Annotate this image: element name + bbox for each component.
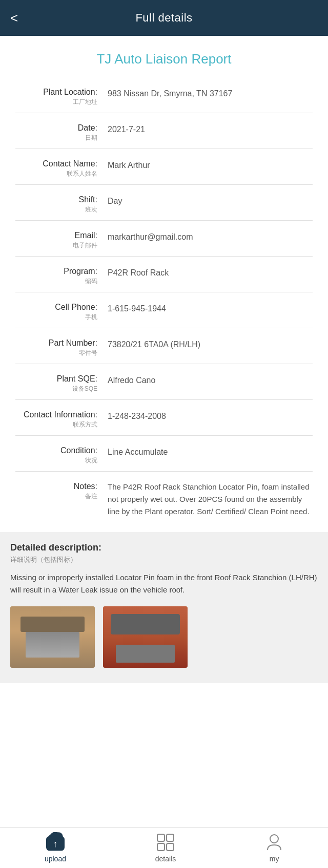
field-label-7: Part Number: 零件号: [15, 337, 108, 357]
field-value-3: Day: [108, 194, 313, 207]
form-row-9: Contact Information: 联系方式 1-248-234-2008: [15, 400, 313, 436]
field-label-9: Contact Information: 联系方式: [15, 409, 108, 429]
field-value-0: 983 Nissan Dr, Smyrna, TN 37167: [108, 87, 313, 100]
field-label-main-9: Contact Information:: [15, 410, 97, 419]
nav-upload-label: upload: [45, 855, 66, 863]
field-value-9: 1-248-234-2008: [108, 409, 313, 422]
field-label-sub-7: 零件号: [15, 349, 97, 357]
notes-label: Notes: 备注: [15, 481, 108, 501]
field-label-sub-10: 状况: [15, 456, 97, 465]
form-row-6: Cell Phone: 手机 1-615-945-1944: [15, 292, 313, 328]
image-row: [10, 606, 318, 668]
form-row-7: Part Number: 零件号 73820/21 6TA0A (RH/LH): [15, 328, 313, 364]
svg-rect-7: [157, 843, 165, 851]
field-label-sub-9: 联系方式: [15, 420, 97, 429]
notes-label-sub: 备注: [15, 492, 97, 501]
details-icon: [156, 833, 175, 852]
field-label-1: Date: 日期: [15, 122, 108, 142]
detailed-text: Missing or improperly installed Locator …: [10, 571, 318, 596]
svg-rect-5: [157, 834, 165, 841]
page-header-title: Full details: [135, 11, 192, 25]
svg-rect-6: [167, 834, 174, 841]
svg-text:↑: ↑: [53, 839, 57, 849]
field-label-main-7: Part Number:: [15, 338, 97, 348]
nav-details-label: details: [155, 855, 176, 863]
field-label-sub-1: 日期: [15, 134, 97, 142]
field-label-main-4: Email:: [15, 231, 97, 240]
detailed-subtitle: 详细说明（包括图标）: [10, 555, 318, 564]
form-row-0: Plant Location: 工厂地址 983 Nissan Dr, Smyr…: [15, 77, 313, 113]
field-label-sub-8: 设备SQE: [15, 385, 97, 393]
form-row-4: Email: 电子邮件 markarthur@gmail.com: [15, 221, 313, 257]
field-label-main-2: Contact Name:: [15, 159, 97, 168]
form-row-8: Plant SQE: 设备SQE Alfredo Cano: [15, 364, 313, 400]
field-label-sub-5: 编码: [15, 277, 97, 286]
field-value-2: Mark Arthur: [108, 158, 313, 172]
field-label-sub-3: 班次: [15, 205, 97, 214]
field-label-sub-4: 电子邮件: [15, 241, 97, 250]
field-label-2: Contact Name: 联系人姓名: [15, 158, 108, 178]
field-label-main-1: Date:: [15, 123, 97, 133]
photo-2[interactable]: [103, 606, 188, 668]
field-label-4: Email: 电子邮件: [15, 230, 108, 250]
back-button[interactable]: <: [10, 10, 18, 26]
nav-upload[interactable]: ↑ upload: [29, 828, 81, 868]
form-row-3: Shift: 班次 Day: [15, 185, 313, 221]
field-label-0: Plant Location: 工厂地址: [15, 87, 108, 107]
field-label-3: Shift: 班次: [15, 194, 108, 214]
photo-1[interactable]: [10, 606, 95, 668]
notes-row: Notes: 备注 The P42R Roof Rack Stanchion L…: [15, 472, 313, 527]
field-label-6: Cell Phone: 手机: [15, 302, 108, 322]
svg-point-9: [270, 835, 278, 843]
field-label-8: Plant SQE: 设备SQE: [15, 373, 108, 393]
svg-rect-8: [167, 843, 174, 851]
nav-details[interactable]: details: [140, 828, 191, 868]
field-label-sub-0: 工厂地址: [15, 98, 97, 107]
header: < Full details: [0, 0, 328, 36]
field-label-main-8: Plant SQE:: [15, 374, 97, 384]
form-row-2: Contact Name: 联系人姓名 Mark Arthur: [15, 149, 313, 185]
field-value-5: P42R Roof Rack: [108, 266, 313, 279]
upload-icon: ↑: [46, 833, 65, 852]
field-label-sub-2: 联系人姓名: [15, 170, 97, 178]
field-label-10: Condition: 状况: [15, 445, 108, 465]
field-label-main-5: Program:: [15, 267, 97, 276]
form-row-1: Date: 日期 2021-7-21: [15, 113, 313, 149]
my-icon: [265, 833, 283, 852]
field-value-8: Alfredo Cano: [108, 373, 313, 387]
field-value-7: 73820/21 6TA0A (RH/LH): [108, 337, 313, 351]
field-value-1: 2021-7-21: [108, 122, 313, 136]
field-value-4: markarthur@gmail.com: [108, 230, 313, 243]
notes-label-main: Notes:: [15, 482, 97, 491]
field-label-main-0: Plant Location:: [15, 88, 97, 97]
form-row-10: Condition: 状况 Line Accumulate: [15, 436, 313, 472]
form-row-5: Program: 编码 P42R Roof Rack: [15, 257, 313, 292]
field-label-main-6: Cell Phone:: [15, 303, 97, 312]
form-section: Plant Location: 工厂地址 983 Nissan Dr, Smyr…: [0, 77, 328, 527]
field-value-6: 1-615-945-1944: [108, 302, 313, 315]
bottom-nav: ↑ upload details my: [0, 827, 328, 868]
field-label-sub-6: 手机: [15, 313, 97, 322]
field-value-10: Line Accumulate: [108, 445, 313, 458]
detailed-title: Detailed description:: [10, 542, 318, 553]
page-title: TJ Auto Liaison Report: [0, 36, 328, 77]
notes-value: The P42R Roof Rack Stanchion Locator Pin…: [108, 481, 313, 518]
field-label-5: Program: 编码: [15, 266, 108, 286]
svg-point-4: [50, 832, 60, 839]
nav-my[interactable]: my: [250, 828, 299, 868]
detailed-section: Detailed description: 详细说明（包括图标） Missing…: [0, 532, 328, 683]
field-label-main-3: Shift:: [15, 195, 97, 204]
nav-my-label: my: [270, 855, 279, 863]
field-label-main-10: Condition:: [15, 446, 97, 455]
